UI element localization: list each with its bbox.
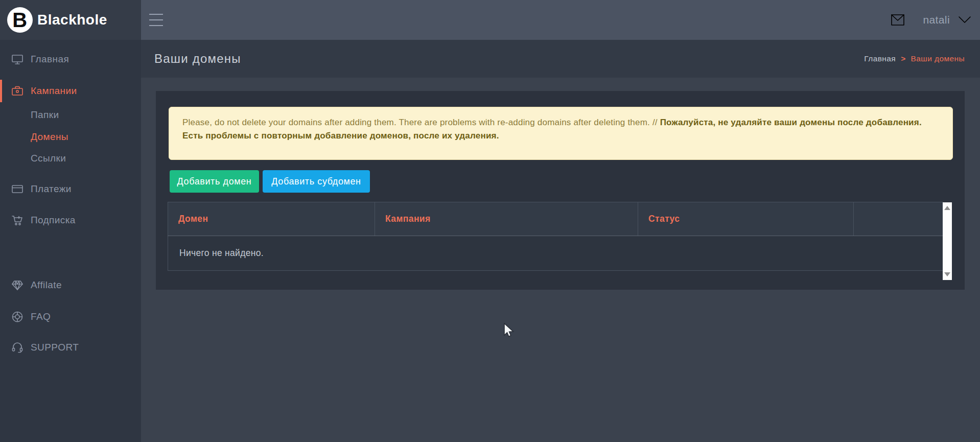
breadcrumb-separator: >: [901, 54, 905, 63]
domains-table-container: Домен Кампания Статус Ничего не найдено.: [168, 202, 952, 280]
sidebar-item-support[interactable]: SUPPORT: [0, 336, 141, 359]
topbar: B Blackhole natali: [0, 0, 980, 40]
column-header-campaign: Кампания: [375, 202, 638, 236]
diamond-icon: [11, 279, 24, 291]
column-header-status: Статус: [638, 202, 854, 236]
logo-icon: B: [7, 7, 33, 33]
chevron-down-icon[interactable]: [959, 16, 971, 24]
hamburger-menu-icon[interactable]: [149, 14, 163, 26]
table-row: Ничего не найдено.: [168, 236, 943, 271]
page-title: Ваши домены: [154, 40, 241, 78]
breadcrumb-current: Ваши домены: [911, 54, 965, 63]
alert-text-en: Please, do not delete your domains after…: [182, 118, 660, 127]
sidebar-item-affilate[interactable]: Affilate: [0, 274, 141, 296]
sidebar-item-label: FAQ: [31, 311, 51, 322]
briefcase-icon: [11, 85, 24, 97]
sidebar-item-label: Affilate: [31, 280, 62, 291]
page-header: Ваши домены Главная > Ваши домены: [141, 40, 980, 78]
sidebar-item-faq[interactable]: FAQ: [0, 306, 141, 328]
credit-card-icon: [11, 183, 24, 195]
scroll-up-icon[interactable]: [944, 206, 950, 210]
domains-table: Домен Кампания Статус Ничего не найдено.: [168, 202, 943, 271]
sidebar-item-label: Главная: [31, 54, 69, 65]
sidebar-item-home[interactable]: Главная: [0, 48, 141, 71]
sidebar-item-label: Подписка: [31, 215, 76, 226]
warning-alert: Please, do not delete your domains after…: [169, 107, 953, 160]
column-header-actions: [854, 202, 943, 236]
empty-message: Ничего не найдено.: [168, 236, 943, 271]
sidebar: Главная Кампании Папки Домены Ссылки Пла…: [0, 40, 141, 442]
sidebar-item-payments[interactable]: Платежи: [0, 178, 141, 200]
breadcrumb: Главная > Ваши домены: [864, 40, 965, 78]
sidebar-item-label: Домены: [31, 131, 68, 143]
user-menu[interactable]: natali: [923, 14, 950, 26]
add-subdomain-button[interactable]: Добавить субдомен: [263, 170, 370, 193]
sidebar-item-label: Платежи: [31, 183, 72, 195]
life-ring-icon: [11, 311, 24, 323]
content-card: Please, do not delete your domains after…: [156, 91, 965, 290]
mouse-cursor: [503, 323, 516, 341]
scroll-down-icon[interactable]: [944, 272, 950, 276]
sidebar-item-label: Ссылки: [31, 153, 66, 164]
breadcrumb-home-link[interactable]: Главная: [864, 54, 896, 63]
sidebar-item-label: Кампании: [31, 85, 77, 97]
brand-name: Blackhole: [37, 12, 107, 28]
sidebar-item-label: SUPPORT: [31, 342, 79, 353]
column-header-domain: Домен: [168, 202, 375, 236]
sidebar-item-domains[interactable]: Домены: [0, 126, 141, 148]
table-scrollbar[interactable]: [943, 202, 952, 280]
sidebar-item-subscription[interactable]: Подписка: [0, 209, 141, 231]
sidebar-item-campaigns[interactable]: Кампании: [0, 80, 141, 102]
monitor-icon: [11, 53, 24, 65]
sidebar-item-label: Папки: [31, 109, 59, 121]
mail-icon[interactable]: [891, 14, 904, 26]
topbar-right: natali: [891, 0, 971, 40]
logo[interactable]: B Blackhole: [0, 0, 141, 40]
add-domain-button[interactable]: Добавить домен: [170, 170, 259, 193]
sidebar-item-links[interactable]: Ссылки: [0, 148, 141, 169]
headset-icon: [11, 341, 24, 354]
sidebar-item-folders[interactable]: Папки: [0, 104, 141, 126]
cart-icon: [11, 214, 24, 226]
action-buttons: Добавить домен Добавить субдомен: [170, 170, 370, 193]
